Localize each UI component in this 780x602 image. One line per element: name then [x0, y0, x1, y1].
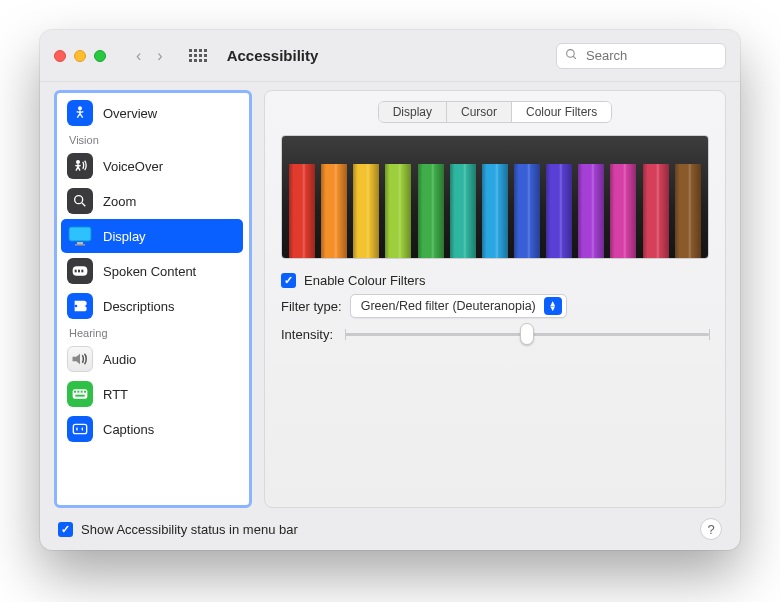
svg-rect-6: [69, 227, 91, 241]
intensity-slider[interactable]: [345, 324, 709, 344]
back-button[interactable]: ‹: [130, 45, 147, 67]
svg-point-0: [567, 49, 575, 57]
sidebar-item-spoken-content[interactable]: Spoken Content: [61, 254, 243, 288]
sidebar-list[interactable]: OverviewVision VoiceOver Zoom Display Sp…: [57, 93, 249, 505]
preview-pencil: [578, 135, 604, 259]
sidebar-item-voiceover[interactable]: VoiceOver: [61, 149, 243, 183]
sidebar-item-overview[interactable]: Overview: [61, 96, 243, 130]
svg-rect-16: [74, 391, 76, 393]
sidebar: OverviewVision VoiceOver Zoom Display Sp…: [54, 90, 252, 508]
window-title: Accessibility: [227, 47, 319, 64]
sidebar-item-label: RTT: [103, 387, 128, 402]
svg-marker-14: [73, 354, 81, 365]
enable-colour-filters-checkbox[interactable]: ✓: [281, 273, 296, 288]
svg-point-13: [75, 305, 78, 308]
filter-type-select[interactable]: Green/Red filter (Deuteranopia) ▲▼: [350, 294, 567, 318]
rtt-icon: [67, 381, 93, 407]
nav-arrows: ‹ ›: [130, 45, 169, 67]
filter-type-label: Filter type:: [281, 299, 342, 314]
svg-point-2: [79, 107, 82, 110]
sidebar-item-label: VoiceOver: [103, 159, 163, 174]
sidebar-item-label: Audio: [103, 352, 136, 367]
svg-rect-21: [73, 424, 86, 433]
filter-type-value: Green/Red filter (Deuteranopia): [361, 299, 536, 313]
all-preferences-button[interactable]: [189, 49, 207, 63]
svg-point-3: [77, 161, 80, 164]
search-icon: [565, 48, 578, 64]
search-field[interactable]: [556, 43, 726, 69]
segmented-control: DisplayCursorColour Filters: [281, 101, 709, 123]
audio-icon: [67, 346, 93, 372]
tab-cursor[interactable]: Cursor: [447, 102, 512, 122]
minimize-button[interactable]: [74, 50, 86, 62]
sidebar-item-audio[interactable]: Audio: [61, 342, 243, 376]
forward-button[interactable]: ›: [151, 45, 168, 67]
help-button[interactable]: ?: [700, 518, 722, 540]
search-input[interactable]: [584, 47, 717, 64]
sidebar-item-label: Spoken Content: [103, 264, 196, 279]
preview-pencil: [385, 135, 411, 259]
close-button[interactable]: [54, 50, 66, 62]
svg-rect-17: [77, 391, 79, 393]
svg-rect-10: [75, 270, 77, 273]
preference-pane: DisplayCursorColour Filters ✓ Enable Col…: [264, 90, 726, 508]
preview-pencil: [321, 135, 347, 259]
tab-colour-filters[interactable]: Colour Filters: [512, 102, 611, 122]
zoom-icon: [67, 188, 93, 214]
colour-preview: [281, 135, 709, 259]
svg-rect-12: [81, 270, 83, 273]
enable-colour-filters-row: ✓ Enable Colour Filters: [281, 273, 709, 288]
descriptions-icon: [67, 293, 93, 319]
tab-display[interactable]: Display: [379, 102, 447, 122]
sidebar-item-display[interactable]: Display: [61, 219, 243, 253]
svg-line-1: [573, 56, 576, 59]
show-status-checkbox[interactable]: ✓: [58, 522, 73, 537]
enable-colour-filters-label: Enable Colour Filters: [304, 273, 425, 288]
footer: ✓ Show Accessibility status in menu bar …: [40, 508, 740, 550]
preview-pencil: [353, 135, 379, 259]
preview-pencil: [675, 135, 701, 259]
display-icon: [67, 223, 93, 249]
svg-rect-18: [81, 391, 83, 393]
preview-pencil: [643, 135, 669, 259]
sidebar-item-label: Descriptions: [103, 299, 175, 314]
spoken-content-icon: [67, 258, 93, 284]
preview-pencil: [514, 135, 540, 259]
window-controls: [54, 50, 106, 62]
accessibility-window: ‹ › Accessibility OverviewVision VoiceOv…: [40, 30, 740, 550]
preview-pencil: [482, 135, 508, 259]
svg-rect-20: [75, 395, 84, 397]
sidebar-item-descriptions[interactable]: Descriptions: [61, 289, 243, 323]
sidebar-section-vision: Vision: [59, 131, 245, 148]
body: OverviewVision VoiceOver Zoom Display Sp…: [40, 82, 740, 508]
zoom-button[interactable]: [94, 50, 106, 62]
filter-type-row: Filter type: Green/Red filter (Deuterano…: [281, 294, 709, 318]
preview-pencil: [289, 135, 315, 259]
sidebar-item-label: Zoom: [103, 194, 136, 209]
svg-rect-11: [78, 270, 80, 273]
chevron-up-down-icon: ▲▼: [544, 297, 562, 315]
svg-rect-7: [77, 242, 83, 244]
preview-pencil: [418, 135, 444, 259]
intensity-row: Intensity:: [281, 324, 709, 344]
sidebar-item-rtt[interactable]: RTT: [61, 377, 243, 411]
sidebar-item-captions[interactable]: Captions: [61, 412, 243, 446]
preview-pencil: [610, 135, 636, 259]
overview-icon: [67, 100, 93, 126]
svg-rect-19: [84, 391, 86, 393]
preview-pencil: [546, 135, 572, 259]
svg-rect-8: [75, 244, 85, 246]
preview-pencil: [450, 135, 476, 259]
sidebar-item-label: Overview: [103, 106, 157, 121]
sidebar-item-zoom[interactable]: Zoom: [61, 184, 243, 218]
intensity-knob[interactable]: [520, 323, 534, 345]
svg-point-4: [75, 196, 83, 204]
show-status-label: Show Accessibility status in menu bar: [81, 522, 298, 537]
captions-icon: [67, 416, 93, 442]
sidebar-item-label: Captions: [103, 422, 154, 437]
main: DisplayCursorColour Filters ✓ Enable Col…: [264, 90, 726, 508]
sidebar-section-hearing: Hearing: [59, 324, 245, 341]
voiceover-icon: [67, 153, 93, 179]
toolbar: ‹ › Accessibility: [40, 30, 740, 82]
svg-line-5: [82, 203, 85, 206]
